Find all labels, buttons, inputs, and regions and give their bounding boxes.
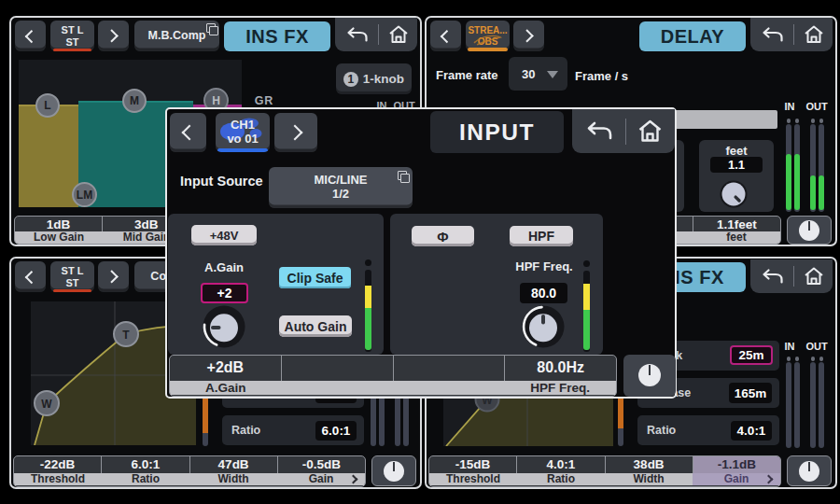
- svg-text:W: W: [41, 398, 52, 411]
- svg-text:T: T: [122, 329, 130, 342]
